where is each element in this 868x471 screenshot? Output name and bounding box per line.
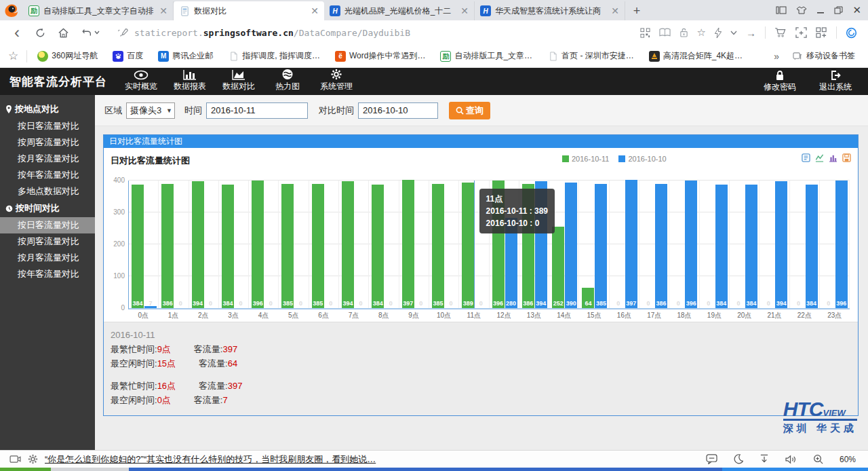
- night-mode-moon-icon[interactable]: [734, 454, 743, 464]
- chart-plot[interactable]: 11点 2016-10-11 : 389 2016-10-10 : 0 0100…: [128, 181, 850, 309]
- menu-data-report[interactable]: 数据报表: [165, 67, 214, 95]
- tab-htc-passenger-flow[interactable]: H 华天成智慧客流统计系统让商 ✕: [475, 1, 625, 20]
- new-tab-button[interactable]: +: [625, 1, 648, 20]
- bar-2016-10-10[interactable]: [806, 185, 818, 308]
- bar-2016-10-11[interactable]: [312, 184, 324, 308]
- save-image-icon[interactable]: [842, 153, 851, 162]
- video-news-icon[interactable]: [9, 455, 21, 464]
- chart-bar-group[interactable]: 0384: [790, 181, 820, 308]
- bar-2016-10-10[interactable]: [565, 183, 577, 308]
- chart-legend[interactable]: 2016-10-112016-10-10: [562, 155, 667, 163]
- news-ticker-link[interactable]: “你是怎么追到你媳妇的?”“其实也没有什么特别的技巧，当时我刷朋友圈，看到她说…: [45, 453, 699, 466]
- change-password[interactable]: 修改密码: [755, 68, 804, 96]
- bar-2016-10-10[interactable]: [745, 185, 757, 308]
- bar-2016-10-10[interactable]: [655, 184, 667, 308]
- address-bar[interactable]: staticreport.springsoftware.cn/DataCompa…: [107, 22, 637, 43]
- page-permission-icon[interactable]: [679, 28, 688, 37]
- bar-2016-10-11[interactable]: [222, 185, 234, 308]
- minimize-window-icon[interactable]: [816, 6, 825, 14]
- menu-system-admin[interactable]: 系统管理: [312, 67, 361, 95]
- bar-2016-10-11[interactable]: [132, 185, 144, 308]
- data-view-icon[interactable]: [802, 153, 810, 162]
- bookmark-mobile-devices[interactable]: 移动设备书签: [787, 50, 860, 62]
- menu-heatmap[interactable]: 热力图: [263, 67, 312, 95]
- chart-bar-group[interactable]: 0396: [669, 181, 699, 308]
- region-select[interactable]: 摄像头3 ▼: [126, 102, 175, 119]
- bar-2016-10-11[interactable]: [281, 184, 294, 308]
- query-button[interactable]: 查询: [449, 102, 490, 119]
- bookmark-star-icon[interactable]: ☆: [697, 26, 706, 39]
- browser-skin-icon[interactable]: [796, 5, 807, 15]
- bookmark-anjie-home[interactable]: 首页 - 深圳市安捷…: [542, 50, 639, 62]
- bookmark-dispatch[interactable]: 指挥调度, 指挥调度…: [223, 50, 325, 62]
- chart-bar-group[interactable]: 3850: [279, 181, 309, 308]
- sidebar-item-loc-year[interactable]: 按年客流量对比: [0, 167, 95, 183]
- bookmark-auto-layout[interactable]: 励 自动排版工具_文章…: [435, 50, 537, 62]
- lightning-icon[interactable]: [715, 28, 722, 38]
- menu-realtime-overview[interactable]: 实时概览: [117, 68, 165, 95]
- chart-bar-group[interactable]: 0384: [700, 181, 730, 308]
- quick-launch-rocket-icon[interactable]: [117, 27, 129, 38]
- tab-optical-transceiver[interactable]: H 光端机品牌_光端机价格_十二 ✕: [324, 1, 475, 20]
- tab-auto-layout-tool[interactable]: 励 自动排版工具_文章文字自动排 ✕: [23, 1, 174, 20]
- bookmark-word-tips[interactable]: ë Word操作中常遇到…: [330, 50, 430, 62]
- sidebar-item-multi-location[interactable]: 多地点数据对比: [0, 183, 95, 200]
- url-text[interactable]: staticreport.springsoftware.cn/DataCompa…: [134, 28, 410, 38]
- sidebar-item-loc-month[interactable]: 按月客流量对比: [0, 151, 95, 167]
- line-chart-type-icon[interactable]: [815, 153, 824, 162]
- go-arrow-icon[interactable]: →: [746, 27, 756, 39]
- favorites-star-icon[interactable]: ☆: [8, 49, 18, 63]
- bar-2016-10-10[interactable]: [685, 181, 697, 308]
- qr-code-icon[interactable]: [640, 28, 650, 38]
- time-input[interactable]: [206, 102, 308, 119]
- chevron-down-icon[interactable]: [730, 31, 737, 35]
- chart-bar-group[interactable]: 0384: [730, 181, 760, 308]
- sidebar-item-loc-day[interactable]: 按日客流量对比: [0, 118, 95, 134]
- bar-2016-10-10[interactable]: [775, 181, 787, 308]
- chart-bar-group[interactable]: 3850: [429, 181, 459, 308]
- chart-bar-group[interactable]: 3850: [309, 181, 339, 308]
- zoom-plus-icon[interactable]: [813, 454, 823, 464]
- chart-bar-group[interactable]: 3940: [189, 181, 219, 308]
- chart-bar-group[interactable]: 0394: [760, 181, 789, 308]
- bookmark-baidu[interactable]: 百度: [108, 50, 148, 62]
- tab-close-icon[interactable]: ✕: [158, 6, 169, 16]
- bar-2016-10-10[interactable]: [715, 185, 728, 308]
- bookmark-hd-matrix[interactable]: 高清混合矩阵_4K超…: [644, 50, 747, 62]
- sidebar-item-time-year[interactable]: 按年客流量对比: [0, 266, 95, 282]
- menu-data-compare[interactable]: 数据对比: [214, 67, 263, 95]
- tab-close-icon[interactable]: ✕: [309, 6, 320, 16]
- logout[interactable]: 退出系统: [811, 68, 860, 96]
- tab-data-compare-active[interactable]: 数据对比 ✕: [174, 1, 324, 20]
- download-icon[interactable]: [760, 454, 769, 464]
- chart-bar-group[interactable]: 3840: [219, 181, 249, 308]
- sidebar-item-time-day-active[interactable]: 按日客流量对比: [0, 217, 95, 233]
- bar-chart-type-icon[interactable]: [829, 153, 837, 162]
- legend-item[interactable]: 2016-10-11: [562, 155, 609, 163]
- bar-2016-10-11[interactable]: [252, 181, 264, 308]
- chart-bar-group[interactable]: 3940: [339, 181, 369, 308]
- sidebar-item-loc-week[interactable]: 按周客流量对比: [0, 134, 95, 151]
- bar-2016-10-10[interactable]: [625, 180, 637, 308]
- volume-icon[interactable]: [785, 455, 797, 464]
- reading-mode-icon[interactable]: [659, 28, 671, 37]
- bar-2016-10-10[interactable]: [835, 181, 848, 308]
- bar-2016-10-11[interactable]: [372, 185, 384, 308]
- shopping-cart-icon[interactable]: [774, 27, 787, 38]
- bar-2016-10-11[interactable]: [192, 181, 204, 308]
- uc-browser-logo-icon[interactable]: [0, 0, 23, 20]
- page-zoom-level[interactable]: 60%: [840, 455, 856, 464]
- settings-gear-icon[interactable]: [28, 454, 38, 464]
- bar-2016-10-11[interactable]: [432, 184, 444, 308]
- chart-bar-group[interactable]: 0396: [820, 181, 850, 308]
- refresh-icon[interactable]: [30, 22, 50, 43]
- tab-close-icon[interactable]: ✕: [459, 6, 470, 16]
- compare-time-input[interactable]: [358, 102, 438, 119]
- chart-bar-group[interactable]: 64385: [579, 181, 609, 308]
- bookmark-tencent-mail[interactable]: M 腾讯企业邮: [153, 50, 218, 62]
- chart-bar-group[interactable]: 3840: [369, 181, 399, 308]
- back-icon[interactable]: ‹: [7, 22, 27, 43]
- bookmark-360nav[interactable]: 360网址导航: [33, 50, 102, 62]
- screenshot-icon[interactable]: [795, 27, 807, 38]
- multi-window-icon[interactable]: [776, 5, 787, 15]
